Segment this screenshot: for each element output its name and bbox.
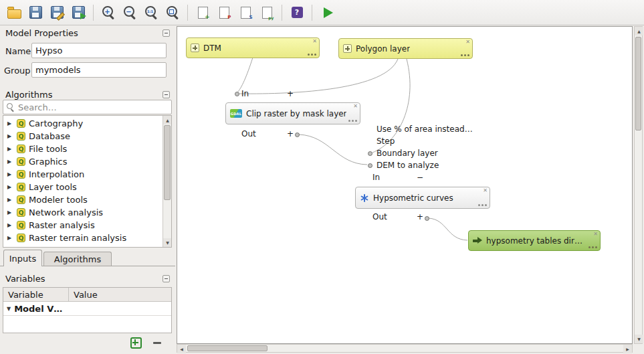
zoom-out-icon: − [123,5,137,19]
canvas-vertical-scrollbar[interactable]: ▲ ▼ [634,26,643,344]
port-dot[interactable] [235,92,239,96]
variables-title: Variables [5,274,45,284]
provider-qgis-icon: Q [17,157,25,166]
node-input-dtm[interactable]: DTM ✕ [186,37,320,58]
model-canvas[interactable]: DTM ✕ Polygon layer ✕ In + GDAL Clip ras… [177,26,633,344]
collapse-model-properties-icon[interactable] [163,29,170,37]
left-panel: Model Properties Name Group Algorithms ▶… [0,25,175,354]
node-hypsometric-curves[interactable]: Hypsometric curves ✕ [355,187,490,209]
algorithm-group-raster-terrain-analysis[interactable]: ▶QRaster terrain analysis [3,232,163,244]
group-input[interactable] [31,62,167,78]
minus-icon [153,342,161,344]
zoom-out-button[interactable]: − [120,3,140,23]
collapse-algorithms-icon[interactable] [163,91,170,98]
clip-in-port-label: In [241,89,249,98]
export-image-icon: + [198,7,208,19]
save-model-as-button[interactable] [47,3,67,23]
comment-dots-icon[interactable] [478,204,487,206]
port-dot[interactable] [295,132,300,137]
hypso-out-expand-toggle[interactable]: + [417,212,423,222]
export-svg-button[interactable]: S [235,3,255,23]
scroll-down-icon[interactable]: ▼ [163,238,172,247]
export-pdf-button[interactable]: P [214,3,234,23]
search-input[interactable] [3,100,172,114]
algorithm-group-graphics[interactable]: ▶QGraphics [3,155,163,168]
scroll-up-icon[interactable]: ▲ [635,27,643,35]
expand-arrow-icon: ▶ [7,133,13,139]
scroll-down-icon[interactable]: ▼ [635,335,643,343]
algorithm-star-icon [360,193,369,203]
vertical-scrollbar-thumb[interactable] [635,37,641,130]
clip-out-port-label: Out [241,129,256,139]
tree-scrollbar[interactable]: ▲ ▼ [163,116,171,247]
tree-scrollbar-thumb[interactable] [164,125,171,200]
column-variable: Variable [3,288,69,301]
parameter-icon [191,43,199,52]
provider-qgis-icon: Q [17,170,25,179]
clip-in-expand-toggle[interactable]: + [287,89,294,98]
save-in-project-icon [72,6,85,19]
comment-dots-icon[interactable] [588,246,597,248]
algorithm-group-network-analysis[interactable]: ▶QNetwork analysis [3,206,163,219]
port-dot[interactable] [368,151,372,156]
node-input-polygon-layer[interactable]: Polygon layer ✕ [338,38,473,59]
hypso-in-collapse-toggle[interactable]: − [417,173,423,182]
node-output-hypsometry-tables[interactable]: hypsometry tables dir… ✕ [468,230,601,251]
zoom-actual-icon: 1:1 [144,5,158,19]
provider-qgis-icon: Q [17,183,25,191]
zoom-actual-button[interactable]: 1:1 [141,3,161,23]
delete-node-icon[interactable]: ✕ [312,39,317,44]
save-icon [29,6,42,19]
output-arrow-icon [473,237,482,244]
provider-qgis-icon: Q [17,195,25,204]
horizontal-scrollbar-thumb[interactable] [187,345,267,351]
port-dot[interactable] [425,216,429,221]
algorithm-group-modeler-tools[interactable]: ▶QModeler tools [3,193,163,206]
qgis-model-designer-window: + − 1:1 + P S py ? Model Properties Name… [0,0,644,354]
save-model-button[interactable] [25,3,45,23]
comment-dots-icon[interactable] [348,120,357,122]
parameter-icon [343,44,352,53]
algorithm-group-layer-tools[interactable]: ▶QLayer tools [3,181,163,193]
algorithm-group-cartography[interactable]: ▶QCartography [3,117,163,130]
provider-qgis-icon: Q [17,145,25,153]
save-model-in-project-button[interactable] [68,3,88,23]
zoom-in-button[interactable]: + [98,3,118,23]
export-script-button[interactable]: py [257,3,277,23]
algorithm-group-raster-analysis[interactable]: ▶QRaster analysis [3,219,163,232]
export-image-button[interactable]: + [193,3,213,23]
port-dot[interactable] [368,163,372,168]
delete-node-icon[interactable]: ✕ [593,232,598,237]
algorithm-group-database[interactable]: ▶QDatabase [3,130,163,143]
comment-dots-icon[interactable] [461,54,469,56]
delete-node-icon[interactable]: ✕ [483,188,488,193]
expand-arrow-icon: ▶ [7,209,13,215]
add-variable-button[interactable] [127,336,144,350]
export-pdf-icon: P [219,7,229,19]
zoom-full-button[interactable] [163,3,183,23]
delete-node-icon[interactable]: ✕ [353,104,358,109]
clip-out-expand-toggle[interactable]: + [287,129,294,139]
folder-icon [7,9,21,19]
canvas-horizontal-scrollbar[interactable]: ◀ ▶ [177,344,633,353]
delete-node-icon[interactable]: ✕ [465,39,470,45]
scroll-right-icon[interactable]: ▶ [623,345,632,353]
run-model-button[interactable] [317,3,337,23]
gdal-icon: GDAL [230,109,242,118]
remove-variable-button[interactable] [148,336,166,350]
expand-arrow-icon: ▶ [7,222,13,228]
algorithm-group-interpolation[interactable]: ▶QInterpolation [3,168,163,181]
expand-arrow-icon: ▶ [7,184,13,190]
algorithm-group-file-tools[interactable]: ▶QFile tools [3,143,163,155]
comment-dots-icon[interactable] [308,54,316,56]
name-input[interactable] [31,43,167,58]
edit-help-button[interactable]: ? [287,3,307,23]
tab-algorithms[interactable]: Algorithms [43,252,112,266]
collapse-variables-icon[interactable] [163,275,170,282]
variables-group-row[interactable]: ▼ Model V… [3,302,171,316]
scroll-left-icon[interactable]: ◀ [177,345,186,353]
open-model-button[interactable] [4,3,24,23]
node-clip-raster-by-mask-layer[interactable]: GDAL Clip raster by mask layer ✕ [225,102,360,124]
scroll-up-icon[interactable]: ▲ [163,116,172,124]
tab-inputs[interactable]: Inputs [3,250,42,266]
